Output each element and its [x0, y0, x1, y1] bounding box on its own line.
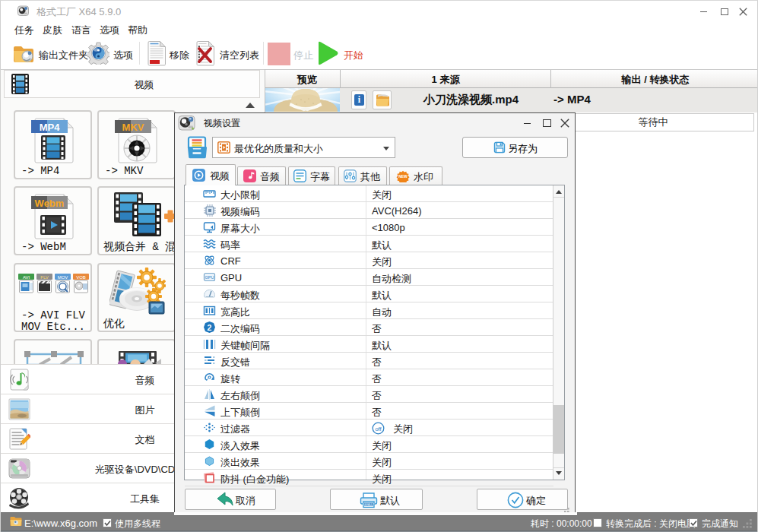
svg-text:MKV: MKV [122, 122, 144, 133]
svg-text:VOB: VOB [76, 275, 86, 280]
svg-text:AVI: AVI [23, 275, 30, 280]
svg-text:2: 2 [208, 323, 212, 332]
svg-text:FLV: FLV [40, 275, 49, 280]
svg-text:MOV: MOV [58, 275, 68, 280]
svg-text:Webm: Webm [35, 198, 65, 209]
svg-text:off: off [375, 426, 382, 432]
svg-text:DEFAULT: DEFAULT [363, 503, 374, 506]
svg-text:NEW: NEW [398, 174, 408, 179]
svg-text:GPU: GPU [205, 275, 214, 280]
svg-text:MP4: MP4 [40, 122, 61, 133]
